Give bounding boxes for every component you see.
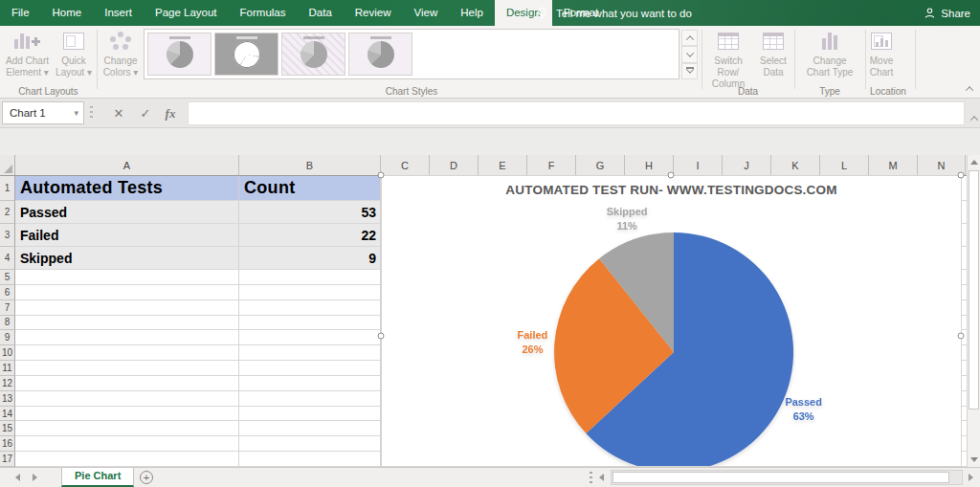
column-header-J[interactable]: J — [723, 155, 771, 175]
scroll-left-icon[interactable] — [599, 474, 604, 481]
row-header-3[interactable]: 3 — [0, 224, 15, 247]
cell-B13[interactable] — [239, 391, 381, 407]
insert-function-button[interactable]: fx — [159, 102, 182, 124]
cell-B9[interactable] — [239, 330, 381, 345]
cell-A15[interactable] — [15, 421, 239, 436]
chart-object[interactable]: AUTOMATED TEST RUN- WWW.TESTINGDOCS.COM … — [381, 175, 962, 467]
cell-A17[interactable] — [15, 452, 239, 467]
row-header-8[interactable]: 8 — [0, 316, 15, 331]
cell-B8[interactable] — [239, 316, 381, 331]
chart-style-1[interactable] — [147, 33, 212, 76]
chart-handle-top-left[interactable] — [378, 172, 385, 179]
cell-A8[interactable] — [15, 316, 239, 331]
cell-B12[interactable] — [239, 376, 381, 391]
column-header-C[interactable]: C — [381, 155, 430, 175]
column-header-M[interactable]: M — [869, 155, 918, 175]
pie-label-skipped[interactable]: Skipped11% — [607, 206, 648, 232]
cell-B2[interactable]: 53 — [239, 201, 381, 224]
cell-A5[interactable] — [15, 270, 239, 285]
row-header-16[interactable]: 16 — [0, 436, 15, 452]
collapse-ribbon-button[interactable] — [967, 83, 972, 94]
tell-me-box[interactable]: Tell me what you want to do — [536, 0, 692, 26]
tab-review[interactable]: Review — [344, 0, 403, 26]
row-header-11[interactable]: 11 — [0, 361, 15, 376]
sheet-tab-pie-chart[interactable]: Pie Chart — [61, 468, 134, 487]
pie-label-failed[interactable]: Failed26% — [518, 329, 548, 355]
row-header-7[interactable]: 7 — [0, 300, 15, 316]
row-header-17[interactable]: 17 — [0, 452, 15, 467]
row-header-12[interactable]: 12 — [0, 376, 15, 391]
row-header-15[interactable]: 15 — [0, 421, 15, 436]
cell-B7[interactable] — [239, 300, 381, 316]
tab-formulas[interactable]: Formulas — [229, 0, 298, 26]
select-data-button[interactable]: Select Data — [754, 29, 792, 90]
tab-scrollbar-splitter[interactable] — [590, 472, 592, 484]
share-button[interactable]: Share — [924, 0, 970, 26]
chart-handle-middle-left[interactable] — [378, 333, 385, 340]
row-header-1[interactable]: 1 — [0, 176, 15, 201]
next-sheet-button[interactable] — [33, 474, 37, 481]
horizontal-scrollbar-thumb[interactable] — [612, 472, 949, 483]
cell-B17[interactable] — [239, 452, 381, 467]
formula-bar-splitter[interactable] — [90, 106, 93, 120]
chart-style-3[interactable] — [281, 33, 345, 76]
cell-A14[interactable] — [15, 407, 239, 422]
cell-A1[interactable]: Automated Tests — [15, 176, 239, 201]
name-box[interactable]: Chart 1 ▾ — [2, 101, 84, 124]
cell-B5[interactable] — [239, 270, 381, 285]
column-header-H[interactable]: H — [625, 155, 674, 175]
cancel-button[interactable]: ✕ — [107, 102, 130, 124]
tab-help[interactable]: Help — [449, 0, 495, 26]
horizontal-scrollbar[interactable] — [611, 470, 963, 485]
change-chart-type-button[interactable]: Change Chart Type — [802, 29, 858, 90]
cell-B4[interactable]: 9 — [239, 247, 381, 270]
cell-B6[interactable] — [239, 285, 381, 300]
vertical-scrollbar[interactable] — [967, 155, 980, 467]
cell-B14[interactable] — [239, 407, 381, 422]
chart-style-2[interactable] — [214, 33, 278, 76]
gallery-scroll-up-button[interactable] — [681, 30, 698, 46]
row-header-10[interactable]: 10 — [0, 345, 15, 361]
cell-B15[interactable] — [239, 421, 381, 436]
cell-A2[interactable]: Passed — [15, 201, 239, 224]
row-header-13[interactable]: 13 — [0, 391, 15, 407]
scroll-up-icon[interactable] — [970, 160, 978, 165]
cell-B3[interactable]: 22 — [239, 224, 381, 247]
tab-file[interactable]: File — [0, 0, 41, 26]
tab-view[interactable]: View — [403, 0, 450, 26]
cell-A6[interactable] — [15, 285, 239, 300]
cell-B10[interactable] — [239, 345, 381, 361]
move-chart-button[interactable]: Move Chart — [860, 29, 902, 90]
new-sheet-button[interactable]: + — [140, 471, 153, 484]
vertical-scrollbar-thumb[interactable] — [969, 170, 979, 410]
cell-A7[interactable] — [15, 300, 239, 316]
scroll-down-icon[interactable] — [970, 457, 978, 462]
tab-data[interactable]: Data — [298, 0, 344, 26]
chart-handle-top-center[interactable] — [668, 172, 675, 179]
cell-B11[interactable] — [239, 361, 381, 376]
change-colors-button[interactable]: Change Colors ▾ — [100, 29, 142, 90]
row-header-5[interactable]: 5 — [0, 270, 15, 285]
cell-B1[interactable]: Count — [239, 176, 381, 201]
quick-layout-button[interactable]: Quick Layout ▾ — [53, 29, 95, 90]
tab-page-layout[interactable]: Page Layout — [144, 0, 229, 26]
tab-insert[interactable]: Insert — [93, 0, 144, 26]
cell-A11[interactable] — [15, 361, 239, 376]
column-header-F[interactable]: F — [527, 155, 576, 175]
cell-A9[interactable] — [15, 330, 239, 345]
formula-input[interactable] — [188, 101, 965, 125]
expand-formula-bar-button[interactable] — [971, 108, 977, 125]
row-header-2[interactable]: 2 — [0, 201, 15, 224]
cell-A16[interactable] — [15, 436, 239, 452]
row-header-9[interactable]: 9 — [0, 330, 15, 345]
row-header-4[interactable]: 4 — [0, 247, 15, 270]
row-header-14[interactable]: 14 — [0, 407, 15, 422]
chart-handle-top-right[interactable] — [958, 172, 965, 179]
gallery-more-button[interactable] — [681, 63, 698, 79]
cell-A13[interactable] — [15, 391, 239, 407]
column-header-L[interactable]: L — [820, 155, 869, 175]
chart-handle-middle-right[interactable] — [958, 333, 965, 340]
tab-home[interactable]: Home — [41, 0, 94, 26]
cell-A4[interactable]: Skipped — [15, 247, 239, 270]
switch-row-column-button[interactable]: Switch Row/ Column — [704, 29, 752, 90]
